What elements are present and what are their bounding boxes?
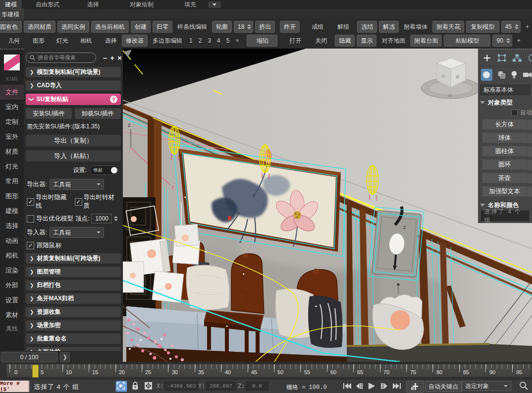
vertex-count-field[interactable]: 1000 — [91, 214, 112, 224]
subobj-1[interactable]: 1 — [187, 37, 195, 44]
current-frame-field[interactable]: 0 / 100 — [1, 352, 57, 362]
lights-label[interactable]: 灯光 — [53, 37, 71, 45]
section-archive-pack[interactable]: ❯归档打包 — [26, 280, 121, 290]
copy-model-button[interactable]: 复制模型 — [466, 21, 499, 33]
sidebar-item-camera[interactable]: 相机 — [0, 248, 24, 263]
modify-tab-icon[interactable] — [497, 53, 506, 63]
importer-dropdown[interactable]: 工具箱 — [50, 227, 104, 238]
install-su-plugin-button[interactable]: 安装SU插件 — [26, 108, 72, 119]
select-label[interactable]: 选择 — [102, 37, 120, 45]
zoom-region-icon[interactable] — [519, 381, 528, 390]
section-scene-encrypt[interactable]: ❯场景加密 — [26, 320, 121, 331]
sidebar-item-common[interactable]: 常用 — [0, 174, 24, 189]
geometry-category-icon[interactable] — [481, 69, 492, 81]
exporter-dropdown[interactable]: 工具箱 — [50, 179, 104, 190]
create-tab-icon[interactable] — [483, 53, 491, 63]
play-button[interactable] — [367, 381, 377, 391]
optimize-model-checkbox[interactable] — [27, 215, 34, 223]
section-resource-collect[interactable]: ❯资源收集 — [26, 307, 121, 317]
sidebar-item-assets[interactable]: 素材 — [0, 308, 24, 323]
attach-counter-button[interactable]: 附着台面 — [410, 35, 442, 47]
cylinder-button[interactable]: 圆柱体 — [482, 146, 527, 157]
motion-tab-icon[interactable] — [528, 53, 532, 63]
reset-xform-button[interactable]: 归零 — [153, 21, 172, 33]
sidebar-item-shapes[interactable]: 图形 — [0, 189, 24, 204]
shapes-category-icon[interactable] — [497, 70, 506, 80]
sidebar-item-render[interactable]: 渲染 — [0, 263, 24, 278]
subobj-4[interactable]: 4 — [215, 37, 222, 44]
previous-frame-button[interactable] — [354, 381, 365, 391]
next-frame-button[interactable] — [379, 381, 389, 391]
section-no-max-archive[interactable]: ❯免开MAX归档 — [26, 293, 121, 304]
close-icon[interactable]: × — [117, 54, 122, 62]
close-group-label[interactable]: 关闭 — [312, 37, 330, 45]
shapes-label[interactable]: 图形 — [30, 37, 48, 45]
attach-ceiling-button[interactable]: 附着天花 — [432, 21, 464, 33]
ungroup-label[interactable]: 解组 — [334, 23, 352, 31]
search-input[interactable]: 拼音首字母搜索 — [26, 53, 96, 63]
freeze-button[interactable]: 冻结 — [357, 21, 377, 33]
outline-button[interactable]: 轮廓 — [212, 21, 232, 33]
select-same-instance-button[interactable]: 选同实例 — [57, 21, 89, 33]
select-same-material-button[interactable]: 选同材质 — [24, 21, 55, 33]
object-color-button[interactable]: 固有色 — [0, 21, 22, 33]
rollout-object-type[interactable]: 对象类型 — [480, 98, 530, 107]
minimize-icon[interactable]: – — [103, 54, 107, 62]
cameras-label[interactable]: 相机 — [77, 37, 95, 45]
tab-freeform[interactable]: 自由形式 — [31, 0, 64, 10]
viewport-canvas[interactable]: z y — [123, 49, 532, 362]
sidebar-item-light[interactable]: 灯光 — [0, 159, 24, 174]
sphere-button[interactable]: 球体 — [482, 132, 527, 143]
torus-button[interactable]: 圆环 — [482, 159, 527, 170]
sidebar-item-select[interactable]: 选择 — [0, 219, 24, 233]
section-layer-manager[interactable]: ❯图层管理 — [26, 267, 121, 277]
tab-object-paint[interactable]: 对象绘制 — [125, 0, 159, 10]
box-button[interactable]: 长方体 — [482, 119, 527, 130]
extrude-button[interactable]: 挤出 — [255, 21, 275, 33]
ribbon-options-dropdown[interactable] — [208, 1, 221, 8]
sidebar-item-file[interactable]: 文件 — [0, 85, 24, 100]
y-coordinate-field[interactable]: 288.607 — [206, 382, 236, 391]
go-to-start-button[interactable] — [342, 381, 352, 391]
plus-label-2[interactable]: + — [514, 37, 524, 44]
x-coordinate-field[interactable]: -4368.063 — [164, 382, 198, 391]
follow-mouse-checkbox[interactable]: ✓ — [27, 242, 34, 249]
sidebar-item-modeling[interactable]: 建模 — [0, 204, 24, 219]
open-group-label[interactable]: 打开 — [286, 37, 304, 45]
sidebar-item-settings[interactable]: 设置 — [0, 293, 24, 308]
section-batch-rename[interactable]: ❯批量重命名 — [26, 334, 121, 344]
sidebar-item-external[interactable]: 外部 — [0, 278, 24, 293]
isolate-selection-toggle[interactable] — [115, 381, 127, 392]
hide-button[interactable]: 隐藏 — [335, 35, 355, 47]
maximize-icon[interactable]: + — [110, 54, 114, 62]
sidebar-item-material[interactable]: 材质 — [0, 144, 24, 159]
autogrid-checkbox[interactable] — [511, 110, 518, 116]
auto-key-button[interactable]: 自动关键点 — [425, 381, 462, 392]
convert-material-checkbox[interactable]: ✓ — [75, 198, 82, 206]
modifier-button[interactable]: 修改器 — [122, 35, 148, 47]
next-frame-button[interactable]: ❯ — [60, 352, 70, 362]
section-su-copy-paste[interactable]: ❯SU复制粘贴? — [26, 94, 121, 105]
section-material-copy-paste[interactable]: ❯材质复制粘贴(可跨场景) — [26, 253, 121, 264]
subobj-3[interactable]: 3 — [206, 37, 213, 44]
angle-45-spinner[interactable]: 45 — [501, 21, 521, 33]
help-icon[interactable]: ? — [110, 96, 117, 103]
import-paste-button[interactable]: 导入（粘贴） — [26, 150, 121, 162]
group-label[interactable]: 成组 — [309, 23, 326, 31]
time-slider-handle[interactable] — [32, 365, 39, 378]
timeline-ruler[interactable]: 0 5 10 15 20 25 30 35 40 45 50 55 60 65 … — [0, 363, 532, 379]
absolute-offset-icon[interactable] — [144, 381, 153, 391]
selection-lock-icon[interactable] — [132, 381, 139, 391]
export-copy-button[interactable]: 导出（复制） — [26, 135, 121, 146]
hide-lines-checkbox[interactable]: ✓ — [27, 198, 34, 206]
angle-90-spinner[interactable]: 90 — [492, 35, 512, 47]
align-ground-label[interactable]: 对齐地面 — [378, 37, 408, 45]
plus-label[interactable]: + — [523, 23, 532, 30]
select-current-camera-button[interactable]: 选当前相机 — [91, 21, 129, 33]
attach-wall-label[interactable]: 附着墙体 — [401, 23, 430, 31]
hierarchy-tab-icon[interactable] — [512, 53, 522, 63]
subobj-5[interactable]: 5 — [224, 37, 232, 44]
geometry-label[interactable]: 几何 — [5, 37, 23, 45]
primitive-category-dropdown[interactable]: 标准基本体 — [480, 85, 530, 95]
maxscript-mini-listener[interactable]: More #($' — [0, 381, 30, 392]
